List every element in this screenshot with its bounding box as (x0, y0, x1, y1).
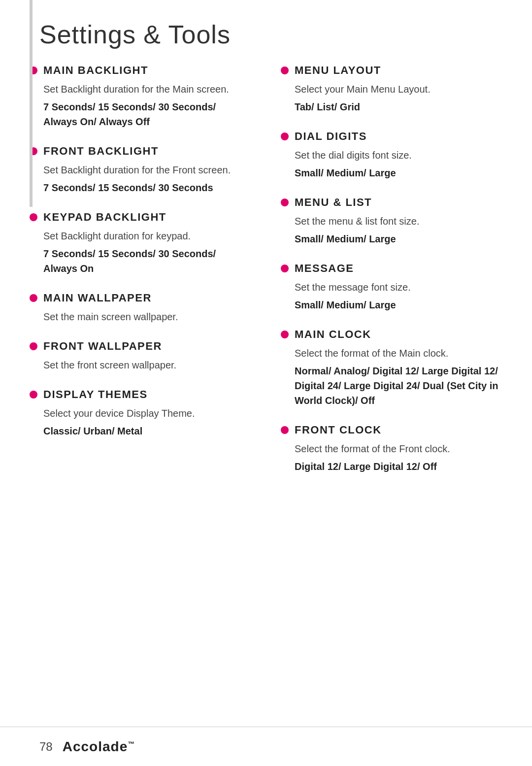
display-themes-heading: DISPLAY THEMES (43, 388, 148, 401)
section-main-clock: MAIN CLOCK Select the format of the Main… (281, 328, 502, 408)
menu-list-description: Set the menu & list font size. (295, 214, 502, 229)
front-backlight-heading: FRONT BACKLIGHT (43, 145, 159, 158)
front-clock-heading: FRONT CLOCK (295, 424, 382, 436)
display-themes-options: Classic/ Urban/ Metal (43, 424, 251, 438)
footer: 78 Accolade™ (0, 727, 532, 766)
message-options: Small/ Medium/ Large (295, 298, 502, 312)
dial-digits-options: Small/ Medium/ Large (295, 166, 502, 180)
section-title: MAIN WALLPAPER (30, 292, 251, 304)
menu-layout-description: Select your Main Menu Layout. (295, 82, 502, 97)
section-keypad-backlight: KEYPAD BACKLIGHT Set Backlight duration … (30, 211, 251, 276)
page-container: Settings & Tools MAIN BACKLIGHT Set Back… (0, 0, 532, 766)
bullet-dot-dial-digits (281, 133, 289, 140)
main-clock-heading: MAIN CLOCK (295, 328, 371, 341)
front-clock-description: Select the format of the Front clock. (295, 441, 502, 456)
bullet-dot-main-wallpaper (30, 294, 37, 302)
dial-digits-description: Set the dial digits font size. (295, 148, 502, 163)
section-title: MAIN CLOCK (281, 328, 502, 341)
page-title: Settings & Tools (0, 0, 532, 64)
section-title: FRONT CLOCK (281, 424, 502, 436)
bullet-dot-keypad-backlight (30, 213, 37, 221)
section-menu-list: MENU & LIST Set the menu & list font siz… (281, 196, 502, 246)
front-backlight-description: Set Backlight duration for the Front scr… (43, 163, 251, 177)
section-title: DIAL DIGITS (281, 130, 502, 143)
section-title: FRONT BACKLIGHT (30, 145, 251, 158)
main-backlight-options: 7 Seconds/ 15 Seconds/ 30 Seconds/ Alway… (43, 100, 251, 129)
section-title: MESSAGE (281, 262, 502, 275)
content-area: MAIN BACKLIGHT Set Backlight duration fo… (0, 64, 532, 766)
menu-list-options: Small/ Medium/ Large (295, 232, 502, 246)
bullet-dot-main-clock (281, 331, 289, 338)
section-front-clock: FRONT CLOCK Select the format of the Fro… (281, 424, 502, 474)
message-heading: MESSAGE (295, 262, 354, 275)
section-main-wallpaper: MAIN WALLPAPER Set the main screen wallp… (30, 292, 251, 324)
main-backlight-heading: MAIN BACKLIGHT (43, 64, 148, 77)
display-themes-description: Select your device Display Theme. (43, 406, 251, 421)
message-description: Set the message font size. (295, 280, 502, 295)
main-clock-options: Normal/ Analog/ Digital 12/ Large Digita… (295, 364, 502, 408)
main-wallpaper-description: Set the main screen wallpaper. (43, 309, 251, 324)
front-backlight-options: 7 Seconds/ 15 Seconds/ 30 Seconds (43, 180, 251, 195)
main-wallpaper-heading: MAIN WALLPAPER (43, 292, 152, 304)
section-title: MENU LAYOUT (281, 64, 502, 77)
left-bar (30, 0, 33, 207)
section-title: DISPLAY THEMES (30, 388, 251, 401)
bullet-dot-display-themes (30, 391, 37, 399)
bullet-dot-message (281, 265, 289, 272)
section-title: FRONT WALLPAPER (30, 340, 251, 353)
section-title: KEYPAD BACKLIGHT (30, 211, 251, 224)
section-front-backlight: FRONT BACKLIGHT Set Backlight duration f… (30, 145, 251, 195)
bullet-dot-menu-layout (281, 67, 289, 74)
main-clock-description: Select the format of the Main clock. (295, 346, 502, 361)
dial-digits-heading: DIAL DIGITS (295, 130, 367, 143)
right-column: MENU LAYOUT Select your Main Menu Layout… (266, 64, 502, 766)
front-wallpaper-description: Set the front screen wallpaper. (43, 358, 251, 372)
keypad-backlight-options: 7 Seconds/ 15 Seconds/ 30 Seconds/ Alway… (43, 246, 251, 276)
main-backlight-description: Set Backlight duration for the Main scre… (43, 82, 251, 97)
section-title: MENU & LIST (281, 196, 502, 209)
brand-name: Accolade™ (63, 739, 135, 755)
section-front-wallpaper: FRONT WALLPAPER Set the front screen wal… (30, 340, 251, 372)
page-number: 78 (39, 740, 53, 754)
section-main-backlight: MAIN BACKLIGHT Set Backlight duration fo… (30, 64, 251, 129)
section-menu-layout: MENU LAYOUT Select your Main Menu Layout… (281, 64, 502, 114)
bullet-dot-front-clock (281, 426, 289, 434)
bullet-dot-front-wallpaper (30, 342, 37, 350)
front-wallpaper-heading: FRONT WALLPAPER (43, 340, 162, 353)
keypad-backlight-heading: KEYPAD BACKLIGHT (43, 211, 166, 224)
section-message: MESSAGE Set the message font size. Small… (281, 262, 502, 312)
section-title: MAIN BACKLIGHT (30, 64, 251, 77)
bullet-dot-menu-list (281, 199, 289, 206)
section-display-themes: DISPLAY THEMES Select your device Displa… (30, 388, 251, 438)
menu-layout-heading: MENU LAYOUT (295, 64, 381, 77)
menu-layout-options: Tab/ List/ Grid (295, 100, 502, 114)
section-dial-digits: DIAL DIGITS Set the dial digits font siz… (281, 130, 502, 180)
front-clock-options: Digital 12/ Large Digital 12/ Off (295, 459, 502, 474)
keypad-backlight-description: Set Backlight duration for keypad. (43, 229, 251, 243)
left-column: MAIN BACKLIGHT Set Backlight duration fo… (30, 64, 266, 766)
menu-list-heading: MENU & LIST (295, 196, 372, 209)
